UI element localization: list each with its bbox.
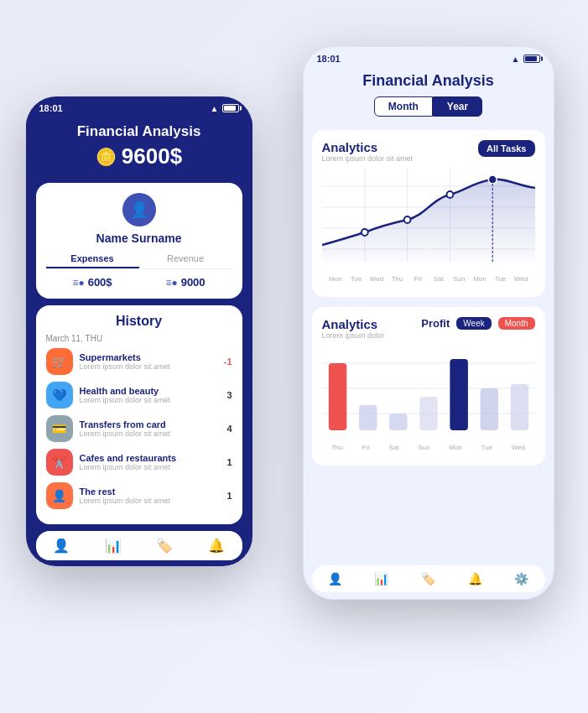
battery-icon bbox=[222, 104, 239, 112]
right-title: Financial Analysis bbox=[317, 72, 540, 90]
year-period-btn[interactable]: Year bbox=[433, 96, 482, 117]
bar-x-label: Tue bbox=[481, 444, 493, 451]
cafes-icon: ✂️ bbox=[46, 449, 73, 476]
profit-chart-title: Analytics bbox=[322, 317, 385, 331]
x-label: Mon bbox=[470, 275, 491, 283]
left-status-icons: ▲ bbox=[211, 104, 239, 113]
bar-x-label: Mon bbox=[449, 444, 462, 451]
rest-amount: 1 bbox=[226, 491, 232, 501]
right-time: 18:01 bbox=[317, 54, 341, 64]
history-title: History bbox=[46, 314, 232, 329]
right-nav-analytics-icon[interactable]: 📊 bbox=[374, 572, 388, 585]
profit-chart-header: Analytics Lorem ipsum dolor Profit Week … bbox=[322, 317, 535, 340]
right-nav-profile-icon[interactable]: 👤 bbox=[328, 572, 342, 585]
right-nav-tags-icon[interactable]: 🏷️ bbox=[421, 572, 435, 585]
line-chart-container: Mon Tue Wed Thu Fri Sat Sun Mon Tue Wed bbox=[322, 169, 535, 287]
profit-chart-card: Analytics Lorem ipsum dolor Profit Week … bbox=[312, 307, 545, 466]
left-status-bar: 18:01 ▲ bbox=[26, 96, 252, 117]
supermarkets-text: Supermarkets Lorem ipsum dolor sit amet bbox=[80, 352, 217, 371]
supermarkets-icon: 🛒 bbox=[46, 348, 73, 375]
svg-rect-18 bbox=[389, 414, 407, 430]
supermarkets-amount: -1 bbox=[224, 356, 232, 367]
cafes-text: Cafes and restaurants Lorem ipsum dolor … bbox=[80, 453, 221, 471]
x-label: Fri bbox=[408, 275, 429, 283]
history-date: March 11, THU bbox=[46, 334, 232, 343]
profile-card: 👤 Name Surname Expenses Revenue ≡● 600$ … bbox=[36, 183, 242, 299]
right-status-bar: 18:01 ▲ bbox=[304, 47, 554, 67]
left-title: Financial Analysis bbox=[39, 123, 239, 140]
analytics-chart-card: Analytics Lorem ipsum dolor sit amet All… bbox=[312, 130, 545, 297]
analytics-chart-title: Analytics bbox=[322, 140, 414, 154]
nav-analytics-icon[interactable]: 📊 bbox=[105, 538, 122, 554]
revenue-icon: ≡● bbox=[165, 277, 177, 289]
transfers-amount: 4 bbox=[226, 424, 232, 434]
svg-rect-16 bbox=[328, 363, 346, 430]
coins-icon: 🪙 bbox=[96, 147, 117, 167]
avatar: 👤 bbox=[122, 193, 156, 226]
right-status-icons: ▲ bbox=[512, 55, 540, 64]
profile-name: Name Surname bbox=[46, 232, 232, 245]
health-amount: 3 bbox=[226, 390, 232, 400]
svg-rect-22 bbox=[510, 384, 528, 430]
rest-text: The rest Lorem ipsum dolor sit amet bbox=[80, 487, 221, 505]
x-label: Tue bbox=[490, 275, 511, 283]
svg-rect-17 bbox=[358, 405, 376, 430]
analytics-chart-subtitle: Lorem ipsum dolor sit amet bbox=[322, 154, 414, 163]
svg-rect-19 bbox=[419, 397, 437, 430]
history-section: History March 11, THU 🛒 Supermarkets Lor… bbox=[36, 305, 242, 524]
bar-x-label: Thu bbox=[331, 444, 343, 451]
svg-rect-21 bbox=[480, 388, 497, 430]
x-label: Sat bbox=[428, 275, 449, 283]
month-period-btn[interactable]: Month bbox=[374, 96, 433, 117]
signal-icon: ▲ bbox=[211, 104, 219, 113]
amount-row: 🪙 9600$ bbox=[39, 143, 239, 169]
line-chart-svg bbox=[322, 169, 535, 270]
expenses-amount: ≡● 600$ bbox=[72, 276, 112, 289]
expenses-icon: ≡● bbox=[72, 277, 84, 289]
period-toggle: Month Year bbox=[317, 96, 540, 117]
all-tasks-button[interactable]: All Tasks bbox=[478, 140, 535, 157]
list-item: ✂️ Cafes and restaurants Lorem ipsum dol… bbox=[46, 449, 232, 476]
bar-x-label: Sun bbox=[418, 444, 429, 451]
health-icon: 💙 bbox=[46, 382, 73, 409]
bar-chart-svg bbox=[322, 346, 535, 439]
x-label: Mon bbox=[325, 275, 346, 283]
x-label: Thu bbox=[387, 275, 408, 283]
left-header: Financial Analysis 🪙 9600$ bbox=[26, 117, 252, 183]
bar-x-label: Wed bbox=[512, 444, 525, 451]
health-text: Health and beauty Lorem ipsum dolor sit … bbox=[80, 386, 221, 404]
bar-chart-container: Thu Fri Sat Sun Mon Tue Wed bbox=[322, 346, 535, 455]
svg-point-8 bbox=[361, 229, 367, 236]
profit-label: Profit bbox=[421, 317, 450, 330]
nav-notifications-icon[interactable]: 🔔 bbox=[208, 538, 225, 554]
right-nav-notifications-icon[interactable]: 🔔 bbox=[468, 572, 482, 585]
tab-revenue[interactable]: Revenue bbox=[139, 250, 232, 268]
svg-rect-20 bbox=[450, 359, 467, 430]
nav-tags-icon[interactable]: 🏷️ bbox=[156, 538, 173, 554]
left-time: 18:01 bbox=[39, 103, 63, 113]
svg-point-10 bbox=[446, 191, 453, 198]
week-button[interactable]: Week bbox=[456, 317, 491, 330]
revenue-amount: ≡● 9000 bbox=[165, 276, 205, 289]
profile-amounts: ≡● 600$ ≡● 9000 bbox=[46, 276, 232, 289]
month-button[interactable]: Month bbox=[498, 317, 535, 330]
tab-expenses[interactable]: Expenses bbox=[46, 250, 139, 268]
bar-x-label: Fri bbox=[362, 444, 369, 451]
transfers-text: Transfers from card Lorem ipsum dolor si… bbox=[80, 419, 221, 438]
bar-x-label: Sat bbox=[389, 444, 399, 451]
list-item: 👤 The rest Lorem ipsum dolor sit amet 1 bbox=[46, 482, 232, 509]
list-item: 💙 Health and beauty Lorem ipsum dolor si… bbox=[46, 382, 232, 409]
line-chart-x-labels: Mon Tue Wed Thu Fri Sat Sun Mon Tue Wed bbox=[322, 273, 535, 283]
svg-point-9 bbox=[403, 216, 410, 223]
bar-chart-x-labels: Thu Fri Sat Sun Mon Tue Wed bbox=[322, 442, 535, 451]
profile-tabs: Expenses Revenue bbox=[46, 250, 232, 269]
total-amount: 9600$ bbox=[122, 143, 182, 169]
right-bottom-nav: 👤 📊 🏷️ 🔔 ⚙️ bbox=[312, 565, 545, 592]
nav-profile-icon[interactable]: 👤 bbox=[53, 538, 70, 554]
phones-container: 18:01 ▲ Financial Analysis 🪙 9600$ 👤 Nam… bbox=[9, 13, 580, 700]
profit-chart-subtitle: Lorem ipsum dolor bbox=[322, 331, 385, 340]
right-nav-settings-icon[interactable]: ⚙️ bbox=[514, 572, 528, 585]
right-signal-icon: ▲ bbox=[512, 55, 520, 64]
x-label: Wed bbox=[367, 275, 388, 283]
transfers-icon: 💳 bbox=[46, 415, 73, 442]
